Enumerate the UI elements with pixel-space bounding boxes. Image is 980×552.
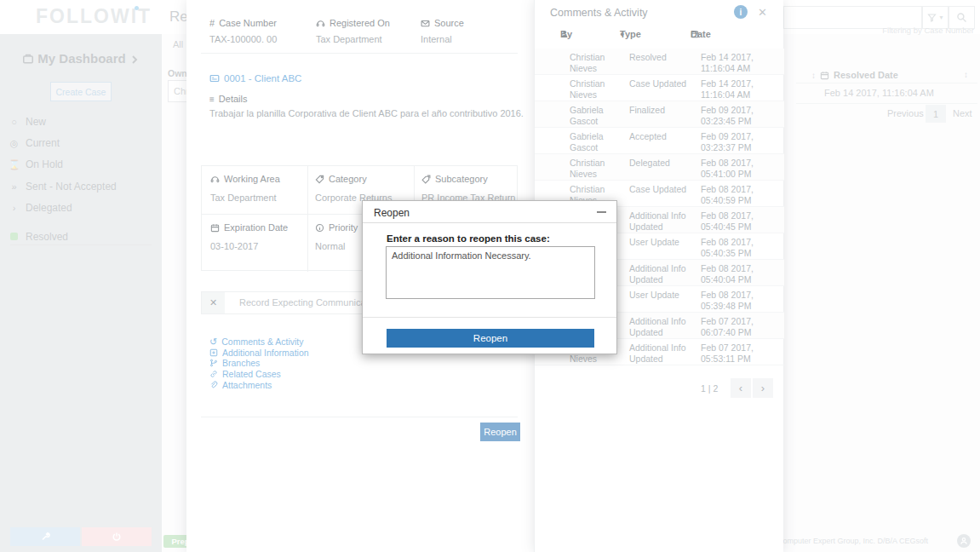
modal-footer-divider bbox=[363, 317, 616, 318]
reason-textarea[interactable]: Additional Information Necessary. bbox=[386, 246, 595, 299]
modal-header: Reopen bbox=[363, 201, 616, 223]
reopen-modal: Reopen Enter a reason to reopen this cas… bbox=[362, 200, 617, 354]
minimize-icon[interactable] bbox=[597, 211, 606, 213]
reason-label: Enter a reason to reopen this case: bbox=[387, 233, 550, 244]
reopen-submit-button[interactable]: Reopen bbox=[387, 329, 594, 348]
modal-title: Reopen bbox=[374, 207, 410, 219]
